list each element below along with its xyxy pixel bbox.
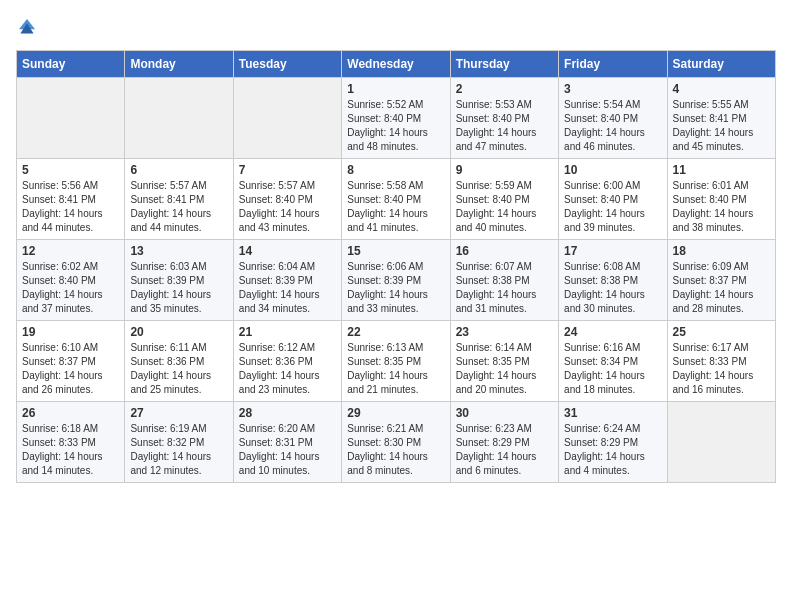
- day-info: Sunrise: 6:16 AM Sunset: 8:34 PM Dayligh…: [564, 341, 661, 397]
- day-info: Sunrise: 5:53 AM Sunset: 8:40 PM Dayligh…: [456, 98, 553, 154]
- calendar-cell: [125, 78, 233, 159]
- day-number: 25: [673, 325, 770, 339]
- day-info: Sunrise: 6:09 AM Sunset: 8:37 PM Dayligh…: [673, 260, 770, 316]
- day-info: Sunrise: 6:20 AM Sunset: 8:31 PM Dayligh…: [239, 422, 336, 478]
- day-number: 4: [673, 82, 770, 96]
- calendar-cell: 26Sunrise: 6:18 AM Sunset: 8:33 PM Dayli…: [17, 402, 125, 483]
- calendar-cell: 4Sunrise: 5:55 AM Sunset: 8:41 PM Daylig…: [667, 78, 775, 159]
- calendar-week-row: 5Sunrise: 5:56 AM Sunset: 8:41 PM Daylig…: [17, 159, 776, 240]
- day-info: Sunrise: 6:13 AM Sunset: 8:35 PM Dayligh…: [347, 341, 444, 397]
- day-number: 21: [239, 325, 336, 339]
- calendar-week-row: 26Sunrise: 6:18 AM Sunset: 8:33 PM Dayli…: [17, 402, 776, 483]
- day-number: 13: [130, 244, 227, 258]
- day-number: 23: [456, 325, 553, 339]
- calendar-cell: 8Sunrise: 5:58 AM Sunset: 8:40 PM Daylig…: [342, 159, 450, 240]
- calendar-table: SundayMondayTuesdayWednesdayThursdayFrid…: [16, 50, 776, 483]
- day-info: Sunrise: 5:59 AM Sunset: 8:40 PM Dayligh…: [456, 179, 553, 235]
- day-number: 19: [22, 325, 119, 339]
- day-number: 29: [347, 406, 444, 420]
- day-number: 11: [673, 163, 770, 177]
- calendar-cell: 25Sunrise: 6:17 AM Sunset: 8:33 PM Dayli…: [667, 321, 775, 402]
- header-day-thursday: Thursday: [450, 51, 558, 78]
- calendar-cell: 17Sunrise: 6:08 AM Sunset: 8:38 PM Dayli…: [559, 240, 667, 321]
- day-number: 9: [456, 163, 553, 177]
- calendar-cell: [17, 78, 125, 159]
- calendar-cell: 22Sunrise: 6:13 AM Sunset: 8:35 PM Dayli…: [342, 321, 450, 402]
- day-number: 17: [564, 244, 661, 258]
- day-info: Sunrise: 6:02 AM Sunset: 8:40 PM Dayligh…: [22, 260, 119, 316]
- day-number: 1: [347, 82, 444, 96]
- day-info: Sunrise: 6:21 AM Sunset: 8:30 PM Dayligh…: [347, 422, 444, 478]
- day-number: 15: [347, 244, 444, 258]
- calendar-cell: 27Sunrise: 6:19 AM Sunset: 8:32 PM Dayli…: [125, 402, 233, 483]
- day-info: Sunrise: 5:55 AM Sunset: 8:41 PM Dayligh…: [673, 98, 770, 154]
- calendar-cell: 1Sunrise: 5:52 AM Sunset: 8:40 PM Daylig…: [342, 78, 450, 159]
- calendar-cell: 30Sunrise: 6:23 AM Sunset: 8:29 PM Dayli…: [450, 402, 558, 483]
- calendar-header-row: SundayMondayTuesdayWednesdayThursdayFrid…: [17, 51, 776, 78]
- header-day-sunday: Sunday: [17, 51, 125, 78]
- calendar-week-row: 12Sunrise: 6:02 AM Sunset: 8:40 PM Dayli…: [17, 240, 776, 321]
- day-info: Sunrise: 6:17 AM Sunset: 8:33 PM Dayligh…: [673, 341, 770, 397]
- day-number: 7: [239, 163, 336, 177]
- day-number: 3: [564, 82, 661, 96]
- day-info: Sunrise: 5:52 AM Sunset: 8:40 PM Dayligh…: [347, 98, 444, 154]
- day-number: 22: [347, 325, 444, 339]
- day-info: Sunrise: 6:10 AM Sunset: 8:37 PM Dayligh…: [22, 341, 119, 397]
- day-number: 5: [22, 163, 119, 177]
- calendar-cell: [667, 402, 775, 483]
- calendar-cell: 21Sunrise: 6:12 AM Sunset: 8:36 PM Dayli…: [233, 321, 341, 402]
- day-number: 10: [564, 163, 661, 177]
- day-number: 2: [456, 82, 553, 96]
- day-info: Sunrise: 6:08 AM Sunset: 8:38 PM Dayligh…: [564, 260, 661, 316]
- calendar-cell: 28Sunrise: 6:20 AM Sunset: 8:31 PM Dayli…: [233, 402, 341, 483]
- day-info: Sunrise: 6:01 AM Sunset: 8:40 PM Dayligh…: [673, 179, 770, 235]
- day-info: Sunrise: 6:14 AM Sunset: 8:35 PM Dayligh…: [456, 341, 553, 397]
- calendar-cell: 14Sunrise: 6:04 AM Sunset: 8:39 PM Dayli…: [233, 240, 341, 321]
- day-number: 28: [239, 406, 336, 420]
- day-number: 14: [239, 244, 336, 258]
- calendar-cell: 2Sunrise: 5:53 AM Sunset: 8:40 PM Daylig…: [450, 78, 558, 159]
- calendar-cell: 23Sunrise: 6:14 AM Sunset: 8:35 PM Dayli…: [450, 321, 558, 402]
- header-day-tuesday: Tuesday: [233, 51, 341, 78]
- calendar-cell: 13Sunrise: 6:03 AM Sunset: 8:39 PM Dayli…: [125, 240, 233, 321]
- calendar-week-row: 1Sunrise: 5:52 AM Sunset: 8:40 PM Daylig…: [17, 78, 776, 159]
- header-day-friday: Friday: [559, 51, 667, 78]
- calendar-cell: 11Sunrise: 6:01 AM Sunset: 8:40 PM Dayli…: [667, 159, 775, 240]
- day-info: Sunrise: 6:07 AM Sunset: 8:38 PM Dayligh…: [456, 260, 553, 316]
- logo-icon: [16, 16, 38, 38]
- calendar-cell: 9Sunrise: 5:59 AM Sunset: 8:40 PM Daylig…: [450, 159, 558, 240]
- day-number: 26: [22, 406, 119, 420]
- day-info: Sunrise: 6:19 AM Sunset: 8:32 PM Dayligh…: [130, 422, 227, 478]
- day-number: 30: [456, 406, 553, 420]
- day-number: 20: [130, 325, 227, 339]
- day-info: Sunrise: 5:54 AM Sunset: 8:40 PM Dayligh…: [564, 98, 661, 154]
- calendar-cell: 12Sunrise: 6:02 AM Sunset: 8:40 PM Dayli…: [17, 240, 125, 321]
- day-info: Sunrise: 6:00 AM Sunset: 8:40 PM Dayligh…: [564, 179, 661, 235]
- day-info: Sunrise: 6:18 AM Sunset: 8:33 PM Dayligh…: [22, 422, 119, 478]
- day-number: 18: [673, 244, 770, 258]
- calendar-cell: 6Sunrise: 5:57 AM Sunset: 8:41 PM Daylig…: [125, 159, 233, 240]
- page-header: [16, 16, 776, 38]
- calendar-cell: 3Sunrise: 5:54 AM Sunset: 8:40 PM Daylig…: [559, 78, 667, 159]
- calendar-cell: 20Sunrise: 6:11 AM Sunset: 8:36 PM Dayli…: [125, 321, 233, 402]
- day-info: Sunrise: 5:57 AM Sunset: 8:41 PM Dayligh…: [130, 179, 227, 235]
- calendar-cell: 5Sunrise: 5:56 AM Sunset: 8:41 PM Daylig…: [17, 159, 125, 240]
- day-number: 6: [130, 163, 227, 177]
- calendar-cell: 18Sunrise: 6:09 AM Sunset: 8:37 PM Dayli…: [667, 240, 775, 321]
- day-info: Sunrise: 6:06 AM Sunset: 8:39 PM Dayligh…: [347, 260, 444, 316]
- calendar-cell: 16Sunrise: 6:07 AM Sunset: 8:38 PM Dayli…: [450, 240, 558, 321]
- day-number: 31: [564, 406, 661, 420]
- calendar-cell: 15Sunrise: 6:06 AM Sunset: 8:39 PM Dayli…: [342, 240, 450, 321]
- day-number: 12: [22, 244, 119, 258]
- calendar-cell: 29Sunrise: 6:21 AM Sunset: 8:30 PM Dayli…: [342, 402, 450, 483]
- calendar-cell: 31Sunrise: 6:24 AM Sunset: 8:29 PM Dayli…: [559, 402, 667, 483]
- day-info: Sunrise: 5:58 AM Sunset: 8:40 PM Dayligh…: [347, 179, 444, 235]
- day-info: Sunrise: 5:57 AM Sunset: 8:40 PM Dayligh…: [239, 179, 336, 235]
- header-day-monday: Monday: [125, 51, 233, 78]
- calendar-cell: 24Sunrise: 6:16 AM Sunset: 8:34 PM Dayli…: [559, 321, 667, 402]
- calendar-cell: 19Sunrise: 6:10 AM Sunset: 8:37 PM Dayli…: [17, 321, 125, 402]
- day-number: 24: [564, 325, 661, 339]
- header-day-saturday: Saturday: [667, 51, 775, 78]
- day-info: Sunrise: 6:04 AM Sunset: 8:39 PM Dayligh…: [239, 260, 336, 316]
- calendar-week-row: 19Sunrise: 6:10 AM Sunset: 8:37 PM Dayli…: [17, 321, 776, 402]
